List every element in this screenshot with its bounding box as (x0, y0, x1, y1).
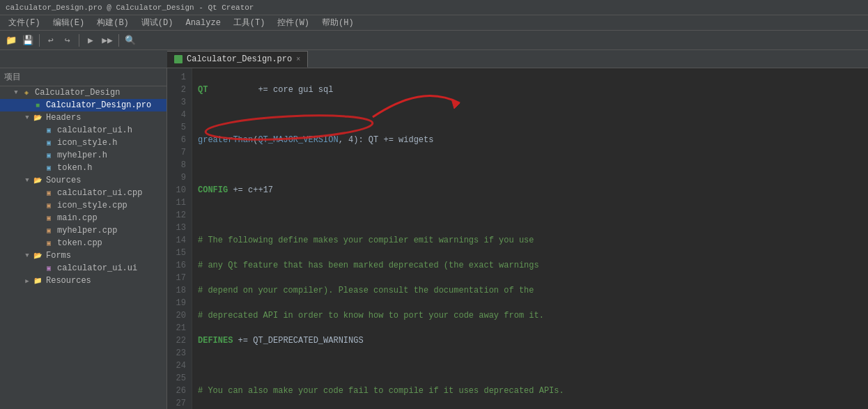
tree-calculator-ui-cpp[interactable]: ▣ calculator_ui.cpp (0, 187, 166, 199)
folder-icon: 📁 (32, 276, 43, 286)
file-label: myhelper.cpp (57, 226, 117, 236)
line-num-22: 22 (167, 334, 192, 347)
code-line-2 (198, 109, 862, 121)
tab-label: Calculator_Design.pro (187, 54, 292, 64)
code-line-8: # any Qt feature that has been marked de… (198, 259, 862, 272)
forms-label: Forms (46, 251, 71, 261)
tree-icon-style-cpp[interactable]: ▣ icon_style.cpp (0, 199, 166, 212)
arrow-icon: ▼ (11, 89, 21, 96)
code-editor[interactable]: 1 2 3 4 5 6 7 8 9 10 11 12 13 14 15 16 1… (167, 68, 868, 409)
title-text: calculator_Design.pro @ Calculator_Desig… (6, 3, 254, 12)
tree-myhelper-h[interactable]: ▣ myhelper.h (0, 149, 166, 162)
undo-icon[interactable]: ↩ (44, 33, 58, 47)
arrow-icon: ▶ (22, 277, 32, 285)
main-area: 项目 ▼ ◈ Calculator_Design ■ Calculator_De… (0, 68, 868, 409)
menu-controls[interactable]: 控件(W) (272, 15, 315, 30)
h-file-icon: ▣ (43, 125, 54, 135)
line-num-1: 1 (167, 71, 192, 84)
tab-bar: Calculator_Design.pro × (0, 50, 868, 68)
menu-file[interactable]: 文件(F) (3, 15, 46, 30)
ui-file-icon: ▣ (43, 263, 54, 273)
line-num-21: 21 (167, 322, 192, 334)
tree-sources-folder[interactable]: ▼ 📂 Sources (0, 174, 166, 187)
tree-calculator-ui-ui[interactable]: ▣ calculator_ui.ui (0, 262, 166, 275)
code-line-1: QT += core gui sql (198, 84, 862, 96)
line-num-13: 13 (167, 222, 192, 234)
tree-pro-file[interactable]: ■ Calculator_Design.pro (0, 99, 166, 111)
tree-token-cpp[interactable]: ▣ token.cpp (0, 237, 166, 249)
tree-forms-folder[interactable]: ▼ 📂 Forms (0, 249, 166, 262)
build-icon[interactable]: ▶ (84, 33, 98, 47)
code-line-6 (198, 209, 862, 222)
code-line-9: # depend on your compiler). Please consu… (198, 284, 862, 297)
project-label: Calculator_Design (35, 88, 120, 98)
line-num-4: 4 (167, 109, 192, 121)
code-content: QT += core gui sql greaterThan(QT_MAJOR_… (192, 68, 868, 409)
file-label: token.h (57, 163, 92, 173)
headers-label: Headers (46, 113, 81, 123)
arrow-icon: ▼ (22, 114, 32, 121)
tree-icon-style-h[interactable]: ▣ icon_style.h (0, 137, 166, 149)
cpp-file-icon: ▣ (43, 213, 54, 223)
menu-build[interactable]: 构建(B) (91, 15, 134, 30)
tree-headers-folder[interactable]: ▼ 📂 Headers (0, 111, 166, 124)
tab-close-button[interactable]: × (296, 56, 300, 63)
cpp-file-icon: ▣ (43, 226, 54, 236)
tree-calculator-ui-h[interactable]: ▣ calculator_ui.h (0, 124, 166, 137)
tree-token-h[interactable]: ▣ token.h (0, 162, 166, 174)
code-line-13: # You can also make your code fail to co… (198, 385, 862, 397)
line-num-17: 17 (167, 272, 192, 284)
tab-file-icon (174, 55, 183, 63)
search-icon[interactable]: 🔍 (123, 33, 137, 47)
line-num-15: 15 (167, 247, 192, 259)
cpp-file-icon: ▣ (43, 238, 54, 248)
line-numbers: 1 2 3 4 5 6 7 8 9 10 11 12 13 14 15 16 1… (167, 68, 192, 409)
menu-tools[interactable]: 工具(T) (228, 15, 271, 30)
line-num-5: 5 (167, 121, 192, 134)
file-label: icon_style.cpp (57, 201, 127, 210)
arrow-icon: ▼ (22, 177, 32, 184)
menu-analyze[interactable]: Analyze (180, 17, 226, 29)
title-bar: calculator_Design.pro @ Calculator_Desig… (0, 0, 868, 15)
file-label: calculator_ui.cpp (57, 188, 142, 198)
file-label: calculator_ui.ui (57, 263, 137, 273)
project-tree: ▼ ◈ Calculator_Design ■ Calculator_Desig… (0, 86, 166, 287)
line-num-18: 18 (167, 284, 192, 297)
line-num-16: 16 (167, 259, 192, 272)
sidebar: 项目 ▼ ◈ Calculator_Design ■ Calculator_De… (0, 68, 167, 409)
menu-edit[interactable]: 编辑(E) (47, 15, 91, 30)
code-line-4 (198, 159, 862, 171)
line-num-23: 23 (167, 347, 192, 360)
file-label: calculator_ui.h (57, 125, 132, 135)
line-num-3: 3 (167, 96, 192, 109)
redo-icon[interactable]: ↪ (61, 33, 75, 47)
line-num-8: 8 (167, 159, 192, 171)
file-label: myhelper.h (57, 151, 107, 160)
line-num-7: 7 (167, 146, 192, 159)
tree-myhelper-cpp[interactable]: ▣ myhelper.cpp (0, 224, 166, 237)
toolbar: 📁 💾 ↩ ↪ ▶ ▶▶ 🔍 (0, 31, 868, 50)
toolbar-separator-1 (39, 34, 40, 47)
run-icon[interactable]: ▶▶ (100, 33, 114, 47)
file-label: icon_style.h (57, 138, 117, 148)
pro-file-icon: ■ (32, 100, 43, 110)
menu-bar: 文件(F) 编辑(E) 构建(B) 调试(D) Analyze 工具(T) 控件… (0, 15, 868, 31)
open-icon[interactable]: 📁 (4, 33, 18, 47)
line-num-24: 24 (167, 360, 192, 372)
code-line-3: greaterThan(QT_MAJOR_VERSION, 4): QT += … (198, 134, 862, 146)
tree-project-root[interactable]: ▼ ◈ Calculator_Design (0, 86, 166, 99)
tab-pro-file[interactable]: Calculator_Design.pro × (167, 51, 308, 68)
cpp-file-icon: ▣ (43, 201, 54, 210)
folder-icon: 📂 (32, 176, 43, 185)
line-num-25: 25 (167, 372, 192, 385)
line-num-20: 20 (167, 309, 192, 322)
menu-debug[interactable]: 调试(D) (136, 15, 179, 30)
file-label: token.cpp (57, 238, 102, 248)
tree-main-cpp[interactable]: ▣ main.cpp (0, 212, 166, 224)
save-icon[interactable]: 💾 (21, 33, 35, 47)
menu-help[interactable]: 帮助(H) (316, 15, 359, 30)
sidebar-title: 项目 (4, 71, 21, 83)
line-num-12: 12 (167, 209, 192, 222)
tree-resources-folder[interactable]: ▶ 📁 Resources (0, 275, 166, 287)
folder-icon: 📂 (32, 113, 43, 123)
